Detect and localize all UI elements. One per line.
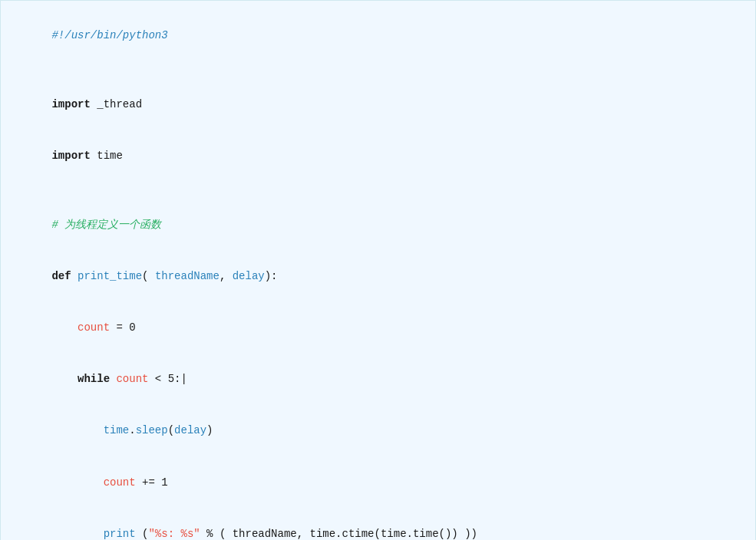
code-line-blank2 [13,182,743,199]
code-line-def: def print_time( threadName, delay): [13,250,743,301]
shebang-text: #!/usr/bin/python3 [51,29,167,41]
param2: delay [233,270,265,282]
format-string: "%s: %s" [148,528,200,540]
sleep-method: sleep [136,424,168,436]
import1-keyword: import [51,98,90,110]
var-count: count [78,321,110,334]
funcname: print_time [78,270,142,282]
code-line-sleep: time.sleep(delay) [13,405,743,456]
code-block: #!/usr/bin/python3 import _thread import… [0,0,756,540]
code-line-shebang: #!/usr/bin/python3 [13,10,743,61]
code-line-count-init: count = 0 [13,302,743,354]
count-var2: count [104,476,136,489]
while-var: count [116,373,148,385]
print-builtin: print [104,528,136,540]
code-line-import2: import time [13,130,743,182]
sleep-call: time [104,424,130,436]
code-line-comment1: # 为线程定义一个函数 [13,199,743,250]
def-keyword: def [51,270,71,282]
delay-arg: delay [174,424,206,436]
while1-keyword: while [78,373,110,385]
code-line-while1: while count < 5:| [13,354,743,405]
param1: threadName [155,270,220,282]
code-line-blank1 [13,61,743,78]
import2-keyword: import [51,150,90,162]
code-line-import1: import _thread [13,79,743,130]
code-line-print1: print ("%s: %s" % ( threadName, time.cti… [13,508,743,540]
code-line-count-inc: count += 1 [13,456,743,508]
comment1-text: # 为线程定义一个函数 [51,219,161,231]
main-container: #!/usr/bin/python3 import _thread import… [0,0,756,540]
